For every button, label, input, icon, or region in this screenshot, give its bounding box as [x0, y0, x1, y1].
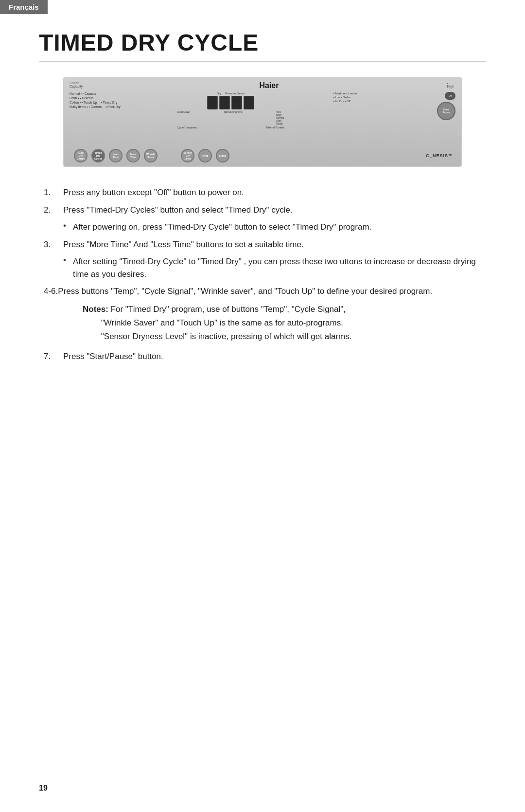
bullet-2-dot: •: [63, 255, 73, 280]
instruction-46: 4-6.Press buttons "Temp", "Cycle Signal"…: [44, 285, 481, 298]
auto-dry-cycles-button[interactable]: AutoDryCycles: [72, 149, 89, 162]
language-tab[interactable]: Français: [0, 0, 48, 14]
appliance-panel: Super Capacity Haier • High Normal • • C…: [64, 77, 461, 166]
step-1-text: Press any button except "Off" button to …: [63, 186, 244, 199]
sensor-dry-level-button[interactable]: SensorDryLevel: [179, 149, 196, 162]
genesis-logo: G_NESIS™: [426, 153, 453, 158]
step-3-text: Press "More Time" And "Less Time" button…: [63, 238, 304, 251]
display-area: Dry Press to Demo Cool Down Remain: [177, 92, 284, 129]
page-number: 19: [39, 784, 48, 793]
more-time-button[interactable]: MoreTime: [124, 149, 142, 162]
bullet-1-dot: •: [63, 221, 73, 234]
bullet-2: • After setting "Timed-Dry Cycle" to "Ti…: [44, 255, 481, 280]
step-7-number: 7.: [44, 350, 63, 363]
super-capacity-label: Super Capacity: [70, 81, 91, 88]
temp-button[interactable]: Temp: [196, 149, 214, 162]
level-indicators: • Medium • Louder • Low • Softer • Air D…: [333, 92, 368, 103]
right-buttons: Off Start/ Pause: [417, 92, 455, 120]
bullet-2-text: After setting "Timed-Dry Cycle" to "Time…: [73, 255, 481, 280]
bullet-1: • After powering on, press "Timed-Dry Cy…: [44, 221, 481, 234]
bottom-buttons: AutoDryCycles TimedDryCycles LessTime Mo…: [70, 149, 455, 162]
instructions-section: 1. Press any button except "Off" button …: [39, 186, 486, 362]
wrinkle-saver-button[interactable]: WrinkleSaver: [142, 149, 159, 162]
timed-dry-cycles-button[interactable]: TimedDryCycles: [89, 149, 107, 162]
off-button[interactable]: Off: [445, 92, 455, 100]
page-title: TIMED DRY CYCLE: [39, 29, 486, 62]
instruction-3: 3. Press "More Time" And "Less Time" but…: [44, 238, 481, 251]
signal-button[interactable]: Signal: [214, 149, 231, 162]
start-pause-button[interactable]: Start/ Pause: [437, 102, 455, 120]
instruction-1: 1. Press any button except "Off" button …: [44, 186, 481, 199]
step-1-number: 1.: [44, 186, 63, 199]
notes-block: Notes: For "Timed Dry" program, use of b…: [44, 303, 481, 343]
appliance-image: Super Capacity Haier • High Normal • • C…: [63, 77, 462, 167]
less-time-button[interactable]: LessTime: [107, 149, 124, 162]
step-2-number: 2.: [44, 204, 63, 217]
notes-label: Notes:: [83, 305, 108, 314]
step-3-number: 3.: [44, 238, 63, 251]
instruction-2: 2. Press "Timed-Dry Cycles" button and s…: [44, 204, 481, 217]
step-2-text: Press "Timed-Dry Cycles" button and sele…: [63, 204, 293, 217]
step-7-text: Press "Start/Pause" button.: [63, 350, 163, 363]
bullet-1-text: After powering on, press "Timed-Dry Cycl…: [73, 221, 371, 234]
high-label: • High: [447, 81, 455, 88]
brand-label: Haier: [91, 81, 447, 90]
cycle-options: Normal • • Casuals Perm • • Delicate Cot…: [70, 92, 128, 108]
instruction-7: 7. Press "Start/Pause" button.: [44, 350, 481, 363]
notes-text: For "Timed Dry" program, use of buttons …: [83, 305, 351, 341]
